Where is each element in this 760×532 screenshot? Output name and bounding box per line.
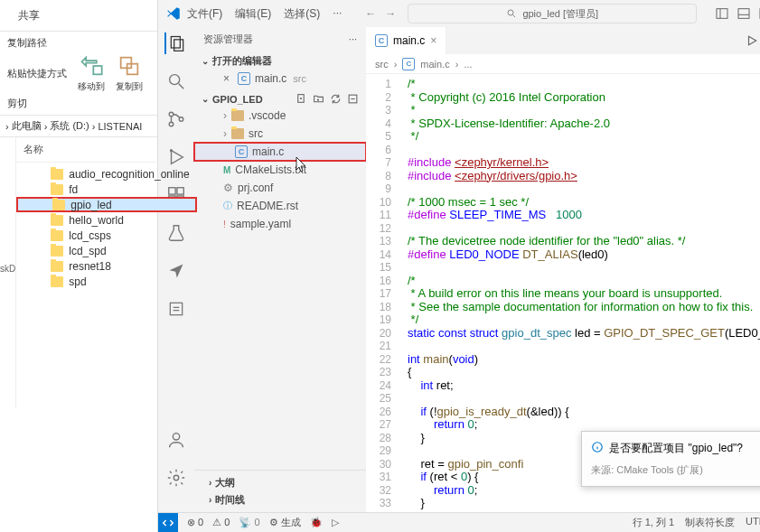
titlebar: 文件(F) 编辑(E) 选择(S) ··· ← → gpio_led [管理员] (158, 0, 760, 27)
menu-edit[interactable]: 编辑(E) (235, 6, 271, 22)
folder-item[interactable]: resnet18 (16, 258, 196, 274)
svg-point-13 (169, 112, 174, 117)
tree-item[interactable]: ⓘREADME.rst (194, 197, 366, 215)
svg-rect-10 (171, 37, 180, 49)
menu-file[interactable]: 文件(F) (187, 6, 222, 22)
breadcrumb[interactable]: ›此电脑 ›系统 (D:) ›LISTENAI (0, 116, 157, 137)
vscode-window: 文件(F) 编辑(E) 选择(S) ··· ← → gpio_led [管理员] (158, 0, 760, 532)
svg-point-3 (508, 10, 513, 15)
vscode-logo-icon (165, 5, 182, 22)
status-play-icon[interactable]: ▷ (332, 517, 339, 528)
copy-to-button[interactable]: 复制到 (116, 53, 143, 93)
close-icon[interactable]: × (223, 72, 230, 85)
tree-item[interactable]: ⚙prj.conf (194, 179, 366, 197)
folder-item[interactable]: spd (16, 274, 196, 289)
activity-search-icon[interactable] (165, 70, 187, 92)
svg-rect-21 (170, 303, 182, 314)
svg-point-22 (173, 434, 179, 440)
remote-icon[interactable] (158, 513, 178, 533)
svg-rect-11 (174, 40, 183, 51)
statusbar: ⊗ 0 ⚠ 0 📡 0 ⚙ 生成 🐞 ▷ 行 1, 列 1 制表符长度 UTF-… (158, 512, 760, 532)
activity-scm-icon[interactable] (165, 108, 187, 130)
status-debug-icon[interactable]: 🐞 (310, 517, 323, 528)
status-warnings[interactable]: ⚠ 0 (212, 517, 230, 528)
search-icon (506, 8, 517, 19)
menu-select[interactable]: 选择(S) (284, 6, 320, 22)
explorer-sidebar: 资源管理器 ··· ⌄ 打开的编辑器 × C main.c src ⌄ GPI (194, 27, 366, 512)
folder-item[interactable]: lcd_csps (16, 228, 196, 243)
new-file-icon[interactable] (296, 93, 307, 105)
project-header[interactable]: ⌄ GPIO_LED (194, 91, 366, 107)
copy-path[interactable]: 复制路径 (7, 36, 47, 50)
collapse-icon[interactable] (347, 93, 359, 105)
tree-item[interactable]: MCMakeLists.txt (194, 161, 366, 179)
folder-item[interactable]: audio_recognition_online (16, 166, 196, 182)
notification-source: 来源: CMake Tools (扩展) (591, 463, 760, 477)
svg-rect-2 (127, 64, 138, 75)
folder-item[interactable]: fd (16, 182, 196, 197)
svg-rect-4 (717, 9, 727, 19)
activity-explorer-icon[interactable] (164, 33, 186, 54)
svg-rect-1 (121, 58, 132, 69)
nav-fwd-icon[interactable]: → (385, 7, 396, 20)
activity-settings-icon[interactable] (165, 467, 187, 489)
tree-item[interactable]: Cmain.c (194, 143, 366, 161)
timeline-header[interactable]: ›时间线 (202, 491, 359, 509)
tab-main-c[interactable]: C main.c × (366, 27, 446, 54)
status-lncol[interactable]: 行 1, 列 1 (633, 516, 674, 529)
new-folder-icon[interactable] (313, 93, 324, 105)
svg-rect-0 (93, 66, 101, 74)
status-errors[interactable]: ⊗ 0 (187, 517, 203, 528)
sidebar-more-icon[interactable]: ··· (349, 33, 357, 44)
tree-item[interactable]: › .vscode (194, 107, 366, 125)
cut-label[interactable]: 剪切 (7, 97, 150, 110)
activity-account-icon[interactable] (165, 429, 187, 451)
tree-item[interactable]: › src (194, 125, 366, 143)
command-center[interactable]: gpio_led [管理员] (408, 4, 697, 23)
editor-area: C main.c × ⌄ ··· src› C main.c› ... 1234… (366, 27, 760, 512)
status-build[interactable]: ⚙ 生成 (269, 516, 301, 529)
notification-toast[interactable]: 是否要配置项目 "gpio_led"? 来源: CMake Tools (扩展) (581, 431, 760, 487)
svg-point-23 (174, 475, 179, 481)
folder-item[interactable]: hello_world (16, 212, 196, 228)
open-editors-header[interactable]: ⌄ 打开的编辑器 (194, 52, 366, 70)
open-editor-item[interactable]: × C main.c src (194, 70, 366, 88)
explorer-share[interactable]: 共享 (0, 8, 40, 23)
move-to-button[interactable]: 移动到 (78, 53, 105, 93)
activity-other-icon[interactable] (165, 298, 187, 320)
status-encoding[interactable]: UTF-8 (746, 516, 760, 529)
paste-shortcut[interactable]: 粘贴快捷方式 (7, 67, 67, 80)
explorer-leftnav: skD (0, 137, 16, 408)
status-spaces[interactable]: 制表符长度 (685, 516, 735, 529)
info-icon (591, 441, 604, 453)
close-icon[interactable]: × (430, 34, 436, 47)
file-tree: › .vscode› srcCmain.cMCMakeLists.txt⚙prj… (194, 107, 366, 233)
svg-point-14 (169, 122, 174, 126)
folder-item[interactable]: gpio_led (16, 197, 196, 212)
outline-header[interactable]: ›大纲 (202, 474, 359, 491)
folder-list: audio_recognition_onlinefdgpio_ledhello_… (16, 163, 196, 293)
tab-row: C main.c × ⌄ ··· (366, 27, 760, 54)
svg-point-15 (179, 117, 183, 122)
menu-more[interactable]: ··· (333, 6, 342, 22)
tree-item[interactable]: !sample.yaml (194, 215, 366, 233)
svg-point-12 (170, 75, 180, 85)
activity-debug-icon[interactable] (165, 146, 187, 168)
sidebar-title: 资源管理器 (203, 33, 253, 46)
nav-back-icon[interactable]: ← (365, 7, 376, 20)
layout-panel-icon[interactable] (737, 6, 751, 21)
folder-item[interactable]: lcd_spd (16, 243, 196, 258)
refresh-icon[interactable] (330, 93, 342, 105)
notification-text: 是否要配置项目 "gpio_led"? (609, 441, 743, 456)
layout-sidebar-left-icon[interactable] (715, 6, 729, 21)
run-icon[interactable] (746, 34, 758, 47)
status-radio[interactable]: 📡 0 (239, 517, 259, 528)
editor-breadcrumb[interactable]: src› C main.c› ... (366, 54, 760, 74)
svg-rect-5 (738, 9, 749, 19)
windows-explorer-pane: 共享 复制路径 粘贴快捷方式 移动到 复制到 剪切 ›此电脑 ›系统 (D:) … (0, 0, 158, 532)
